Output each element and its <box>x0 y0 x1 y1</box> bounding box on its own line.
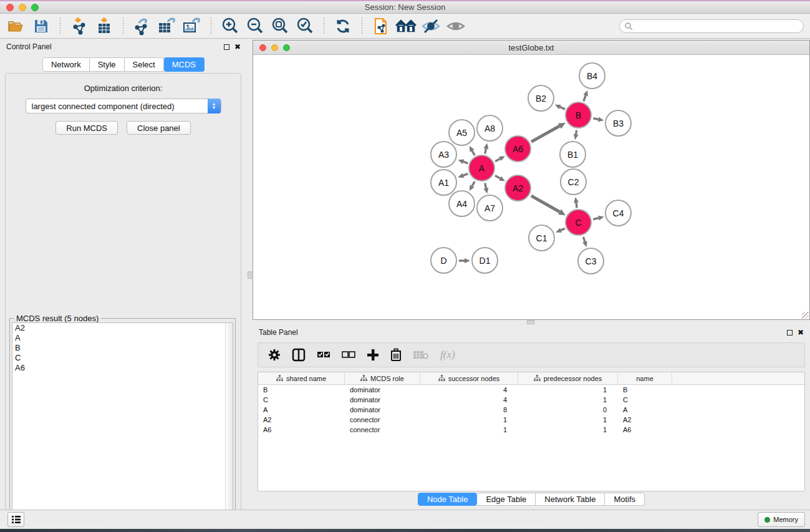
divider-grip[interactable] <box>248 271 252 279</box>
divider-grip[interactable] <box>527 320 534 324</box>
scrollbar-track[interactable] <box>225 323 233 527</box>
column-header-MCDS-role[interactable]: MCDS role <box>345 372 420 384</box>
table-cell[interactable]: 4 <box>420 385 518 395</box>
table-cell[interactable]: A6 <box>258 425 345 435</box>
table-row[interactable]: Adominator80A <box>258 405 804 415</box>
graph-node-C3[interactable]: C3 <box>577 248 604 274</box>
tab-network[interactable]: Network <box>42 57 90 72</box>
close-panel-icon[interactable]: ✖ <box>798 330 804 336</box>
graph-edge-A2-C[interactable] <box>531 196 560 212</box>
graph-edge-B-B4[interactable] <box>584 95 586 101</box>
network-canvas[interactable]: B4B2BB3A8A5A6A3B1AC2A1A2A4A7C4CC1DD1C3 <box>254 56 809 319</box>
table-row[interactable]: Cdominator41C <box>258 395 804 405</box>
graph-edge-C-C3[interactable] <box>583 237 585 242</box>
column-header-predecessor-nodes[interactable]: predecessor nodes <box>518 372 618 384</box>
graph-edge-A-A8[interactable] <box>485 148 486 153</box>
zoom-in-icon[interactable] <box>218 16 243 36</box>
table-cell[interactable]: connector <box>345 425 420 435</box>
table-cell[interactable]: 1 <box>420 415 518 425</box>
graph-edge-A6-B[interactable] <box>531 126 559 142</box>
zoom-fit-icon[interactable] <box>268 16 292 36</box>
graph-node-C2[interactable]: C2 <box>560 168 587 195</box>
graph-node-C4[interactable]: C4 <box>605 200 632 226</box>
zoom-selected-icon[interactable] <box>292 16 317 36</box>
select-all-icon[interactable] <box>317 350 330 360</box>
graph-node-A[interactable]: A <box>468 155 495 181</box>
graph-node-B1[interactable]: B1 <box>559 141 586 168</box>
table-cell[interactable]: 1 <box>518 385 618 395</box>
graph-node-C1[interactable]: C1 <box>528 225 555 251</box>
graph-edge-A-A3[interactable] <box>463 162 468 163</box>
graph-node-A1[interactable]: A1 <box>430 169 457 196</box>
column-header-shared-name[interactable]: shared name <box>258 372 345 384</box>
table-cell[interactable]: 1 <box>518 395 618 405</box>
graph-node-A4[interactable]: A4 <box>448 190 475 217</box>
table-cell[interactable]: A <box>258 405 345 415</box>
table-cell[interactable]: 8 <box>420 405 518 415</box>
add-column-icon[interactable] <box>367 349 379 361</box>
column-header-successor-nodes[interactable]: successor nodes <box>420 372 518 384</box>
graph-edge-C-C2[interactable] <box>576 203 577 208</box>
status-menu-button[interactable] <box>7 512 24 527</box>
graph-node-B2[interactable]: B2 <box>528 85 554 112</box>
table-cell[interactable]: A <box>618 405 672 415</box>
export-network-icon[interactable] <box>130 16 155 36</box>
node-table[interactable]: shared nameMCDS rolesuccessor nodesprede… <box>258 372 805 491</box>
graph-edge-C-C1[interactable] <box>561 228 565 230</box>
delete-column-icon[interactable] <box>390 348 402 362</box>
column-header-name[interactable]: name <box>618 372 672 384</box>
table-cell[interactable]: A2 <box>618 415 672 425</box>
zoom-out-icon[interactable] <box>243 16 268 36</box>
refresh-icon[interactable] <box>330 16 355 36</box>
graph-node-A8[interactable]: A8 <box>476 115 503 142</box>
graph-edge-A-A6[interactable] <box>495 159 500 162</box>
tab-edge-table[interactable]: Edge Table <box>477 493 536 506</box>
table-cell[interactable]: 1 <box>518 425 618 435</box>
graph-edge-B-B3[interactable] <box>594 118 599 120</box>
graph-node-B[interactable]: B <box>565 102 592 128</box>
table-cell[interactable]: A2 <box>258 415 345 425</box>
graph-node-A3[interactable]: A3 <box>430 141 457 168</box>
network-window-titlebar[interactable]: testGlobe.txt <box>253 41 809 55</box>
graph-edge-A-A4[interactable] <box>472 181 475 186</box>
table-row[interactable]: A2connector11A2 <box>258 415 804 425</box>
close-panel-icon[interactable]: ✖ <box>234 44 241 50</box>
run-mcds-button[interactable]: Run MCDS <box>55 121 118 135</box>
graph-node-A5[interactable]: A5 <box>448 119 475 146</box>
hide-eye-icon[interactable] <box>418 16 443 36</box>
close-panel-button[interactable]: Close panel <box>127 121 191 135</box>
new-network-icon[interactable] <box>369 16 393 36</box>
mcds-result-item[interactable]: C <box>12 353 233 363</box>
tab-node-table[interactable]: Node Table <box>418 493 478 506</box>
table-cell[interactable]: 1 <box>518 415 618 425</box>
float-panel-icon[interactable] <box>224 44 229 50</box>
tab-network-table[interactable]: Network Table <box>536 493 605 506</box>
import-table-icon[interactable] <box>92 16 117 36</box>
memory-button[interactable]: Memory <box>758 512 805 527</box>
tab-select[interactable]: Select <box>125 57 164 72</box>
open-file-icon[interactable] <box>4 16 29 36</box>
save-session-icon[interactable] <box>29 16 54 36</box>
graph-edge-A-A5[interactable] <box>472 151 475 155</box>
mcds-result-item[interactable]: A <box>12 333 233 343</box>
table-cell[interactable]: 1 <box>420 425 518 435</box>
horizontal-split-divider[interactable] <box>253 320 810 324</box>
criterion-select[interactable]: largest connected component (directed) ▲… <box>26 99 221 114</box>
float-panel-icon[interactable] <box>787 330 793 336</box>
graph-edge-B-B1[interactable] <box>576 130 577 135</box>
search-input[interactable] <box>619 19 804 33</box>
export-table-icon[interactable] <box>155 16 180 36</box>
export-image-icon[interactable] <box>180 16 205 36</box>
gear-icon[interactable] <box>268 349 281 361</box>
table-cell[interactable]: dominator <box>345 385 420 395</box>
graph-edge-C-C4[interactable] <box>593 218 599 220</box>
graph-node-A7[interactable]: A7 <box>476 195 503 221</box>
deselect-all-icon[interactable] <box>342 350 355 360</box>
import-network-icon[interactable] <box>67 16 92 36</box>
mcds-result-item[interactable]: B <box>12 343 233 353</box>
mcds-result-item[interactable]: A2 <box>12 323 233 333</box>
table-row[interactable]: Bdominator41B <box>258 385 804 395</box>
table-cell[interactable]: connector <box>345 415 420 425</box>
table-cell[interactable]: B <box>618 385 672 395</box>
table-cell[interactable]: C <box>618 395 672 405</box>
